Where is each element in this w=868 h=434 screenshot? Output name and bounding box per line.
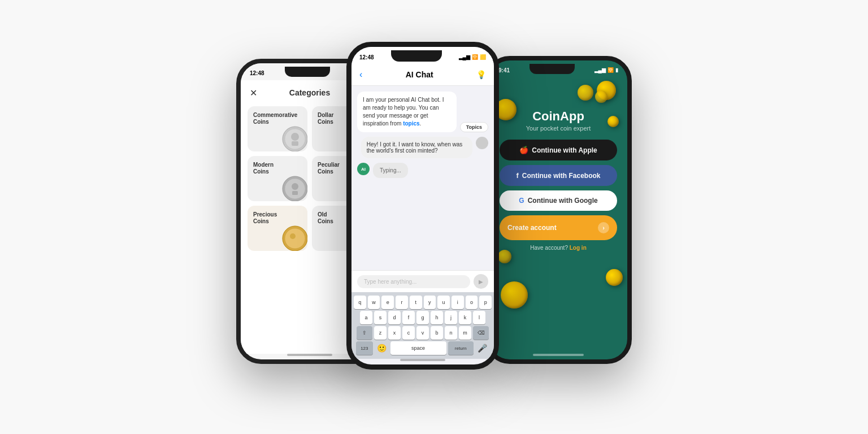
cat-label-modern: ModernCoins bbox=[253, 162, 302, 175]
key-shift[interactable]: ⇧ bbox=[357, 326, 372, 340]
svg-rect-10 bbox=[292, 191, 298, 195]
key-123[interactable]: 123 bbox=[356, 341, 373, 355]
topics-button[interactable]: Topics bbox=[460, 122, 488, 132]
phone-right: 9:41 ▂▄▆ 🛜 ▮ CoinApp bbox=[485, 56, 632, 364]
key-return[interactable]: return bbox=[448, 341, 474, 355]
key-h[interactable]: h bbox=[431, 311, 443, 324]
key-l[interactable]: l bbox=[473, 311, 485, 324]
key-p[interactable]: p bbox=[479, 296, 492, 309]
coinapp-content: CoinApp Your pocket coin expert 🍎 Contin… bbox=[489, 76, 627, 354]
facebook-auth-button[interactable]: f Continue with Facebook bbox=[500, 165, 617, 186]
ai-intro-bubble: I am your personal AI Chat bot. I am rea… bbox=[357, 92, 457, 132]
key-b[interactable]: b bbox=[431, 326, 443, 340]
key-v[interactable]: v bbox=[416, 326, 429, 340]
coin-img-modern bbox=[280, 174, 307, 201]
mic-key[interactable]: 🎤 bbox=[475, 341, 489, 355]
key-s[interactable]: s bbox=[374, 311, 387, 324]
chat-input-field[interactable]: Type here anything... bbox=[357, 275, 470, 288]
wifi-right: 🛜 bbox=[607, 67, 614, 73]
key-i[interactable]: i bbox=[452, 296, 464, 309]
login-link[interactable]: Log in bbox=[570, 245, 587, 251]
key-g[interactable]: g bbox=[416, 311, 429, 324]
svg-rect-3 bbox=[292, 141, 298, 146]
key-space[interactable]: space bbox=[390, 341, 446, 355]
coin-deco-2 bbox=[578, 85, 593, 101]
key-t[interactable]: t bbox=[410, 296, 422, 309]
key-d[interactable]: d bbox=[388, 311, 401, 324]
key-n[interactable]: n bbox=[445, 326, 457, 340]
notch-right bbox=[530, 64, 575, 74]
ai-typing-row: AI Typing... bbox=[357, 163, 488, 178]
key-k[interactable]: k bbox=[459, 311, 471, 324]
key-o[interactable]: o bbox=[466, 296, 478, 309]
key-q[interactable]: q bbox=[354, 296, 366, 309]
time-right: 9:41 bbox=[498, 67, 510, 73]
create-arrow-icon: › bbox=[598, 222, 609, 233]
google-icon: G bbox=[519, 197, 524, 205]
key-w[interactable]: w bbox=[368, 296, 380, 309]
home-indicator-right bbox=[533, 354, 584, 356]
status-bar-mid: 12:48 ▂▄▆ 🛜 🟨 bbox=[351, 47, 494, 65]
create-account-label: Create account bbox=[507, 224, 557, 232]
google-auth-button[interactable]: G Continue with Google bbox=[500, 190, 617, 211]
google-btn-label: Continue with Google bbox=[528, 197, 598, 205]
app-tagline: Your pocket coin expert bbox=[500, 125, 617, 132]
key-j[interactable]: j bbox=[445, 311, 457, 324]
battery-mid: 🟨 bbox=[480, 54, 486, 60]
key-x[interactable]: x bbox=[388, 326, 401, 340]
emoji-key[interactable]: 🙂 bbox=[375, 341, 389, 355]
back-button[interactable]: ‹ bbox=[359, 70, 362, 80]
home-indicator-left bbox=[287, 354, 332, 356]
kb-row-2: a s d f g h j k l bbox=[354, 311, 492, 324]
apple-auth-button[interactable]: 🍎 Continue with Apple bbox=[500, 140, 617, 160]
signal-right: ▂▄▆ bbox=[594, 67, 606, 73]
have-account-text: Have account? Log in bbox=[500, 245, 617, 251]
close-button[interactable]: ✕ bbox=[250, 88, 257, 98]
key-z[interactable]: z bbox=[374, 326, 387, 340]
key-backspace[interactable]: ⌫ bbox=[473, 326, 489, 340]
category-modern[interactable]: ModernCoins bbox=[248, 156, 307, 201]
key-y[interactable]: y bbox=[424, 296, 436, 309]
apple-icon: 🍎 bbox=[519, 146, 528, 154]
key-u[interactable]: u bbox=[437, 296, 450, 309]
chat-header: ‹ AI Chat 💡 bbox=[351, 65, 494, 86]
ai-avatar: AI bbox=[357, 163, 370, 175]
key-c[interactable]: c bbox=[402, 326, 415, 340]
category-precious[interactable]: PreciousCoins bbox=[248, 206, 307, 251]
app-title: CoinApp bbox=[500, 109, 617, 124]
bulb-icon: 💡 bbox=[476, 70, 486, 79]
coin-deco-7 bbox=[501, 281, 528, 309]
typing-text: Typing... bbox=[380, 167, 401, 173]
svg-point-14 bbox=[290, 233, 296, 239]
time-mid: 12:48 bbox=[359, 54, 374, 60]
phones-container: 12:48 ▂▄▆ 🛜 ✕ Categories CommemorativeCo… bbox=[236, 25, 632, 409]
kb-row-bottom: 123 🙂 space return 🎤 bbox=[354, 341, 492, 355]
kb-row-3: ⇧ z x c v b n m ⌫ bbox=[354, 326, 492, 340]
notch-left bbox=[285, 67, 330, 77]
key-a[interactable]: a bbox=[360, 311, 372, 324]
user-avatar bbox=[476, 137, 488, 149]
send-button[interactable]: ▶ bbox=[474, 274, 488, 289]
category-commemorative[interactable]: CommemorativeCoins bbox=[248, 106, 307, 151]
status-icons-right: ▂▄▆ 🛜 ▮ bbox=[594, 67, 618, 73]
facebook-icon: f bbox=[516, 171, 518, 180]
battery-right: ▮ bbox=[615, 67, 618, 73]
user-message: Hey! I got it. I want to know, when was … bbox=[361, 137, 472, 158]
coin-img-commemorative bbox=[280, 124, 307, 151]
key-r[interactable]: r bbox=[396, 296, 408, 309]
chat-input-area: Type here anything... ▶ bbox=[351, 270, 494, 292]
create-account-button[interactable]: Create account › bbox=[500, 215, 617, 240]
wifi-mid: 🛜 bbox=[472, 54, 478, 60]
chat-title: AI Chat bbox=[367, 70, 472, 79]
kb-row-1: q w e r t y u i o p bbox=[354, 296, 492, 309]
key-m[interactable]: m bbox=[459, 326, 471, 340]
topics-link[interactable]: topics bbox=[403, 120, 419, 127]
svg-point-2 bbox=[291, 133, 299, 141]
coin-deco-5 bbox=[606, 269, 623, 286]
key-e[interactable]: e bbox=[381, 296, 394, 309]
key-f[interactable]: f bbox=[402, 311, 415, 324]
apple-btn-label: Continue with Apple bbox=[532, 146, 597, 154]
notch-mid bbox=[391, 50, 442, 62]
input-placeholder: Type here anything... bbox=[364, 279, 416, 285]
user-text: Hey! I got it. I want to know, when was … bbox=[367, 141, 463, 154]
